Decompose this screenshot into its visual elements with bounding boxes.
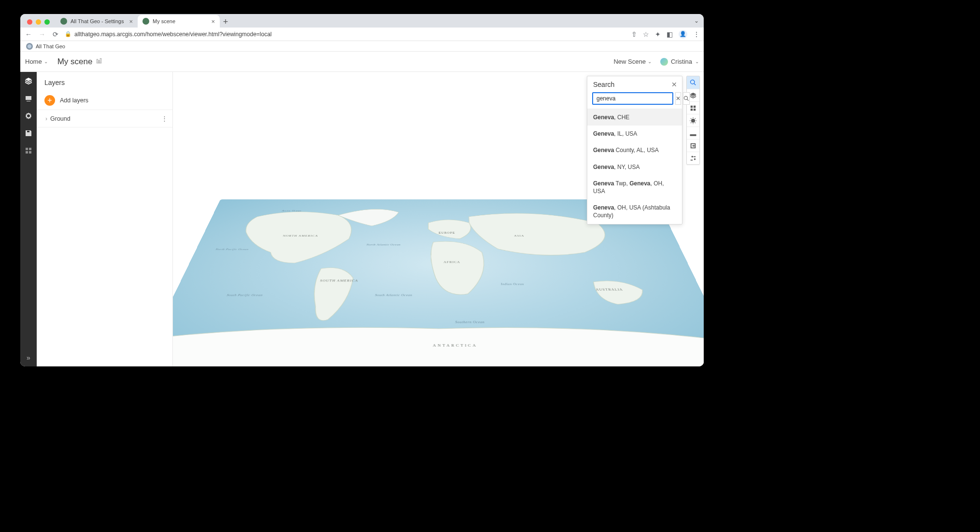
map-ocean-label: South Atlantic Ocean [375,294,412,297]
search-result[interactable]: Geneva, IL, USA [587,126,682,142]
app-header: Home ⌄ My scene New Scene ⌄ Cristina ⌄ [20,52,704,72]
clear-search-icon[interactable]: ✕ [675,92,681,105]
browser-tab-settings[interactable]: All That Geo - Settings × [56,15,138,28]
chevron-down-icon: ⌄ [695,59,699,64]
measure-icon[interactable] [687,126,699,139]
window-close-icon[interactable] [27,19,32,25]
add-layers-label: Add layers [60,97,88,104]
new-tab-button[interactable]: + [220,16,231,28]
search-panel: Search ✕ ✕ Geneva, CHE Geneva, IL, USA G… [587,76,682,224]
tab-title: All That Geo - Settings [71,18,124,24]
map-label: AFRICA [443,261,460,264]
share-icon[interactable] [687,139,699,152]
map-label: ANTARCTICA [432,344,477,348]
browser-toolbar: ← → ⟳ 🔒 allthatgeo.maps.arcgis.com/home/… [20,28,704,41]
tab-title: My scene [153,18,175,24]
layers-panel-title: Layers [37,72,172,91]
close-tab-icon[interactable]: × [129,18,133,25]
daylight-icon[interactable] [687,114,699,126]
rail-save-icon[interactable] [24,129,33,138]
rail-layers-icon[interactable] [24,77,33,85]
scene-title: My scene [57,57,103,67]
left-rail: » [20,72,37,366]
close-tab-icon[interactable]: × [211,18,215,25]
search-results: Geneva, CHE Geneva, IL, USA Geneva Count… [587,109,682,224]
bookmark-star-icon[interactable]: ☆ [643,30,649,38]
rail-apps-icon[interactable] [24,146,33,155]
user-menu[interactable]: Cristina ⌄ [660,58,699,66]
workspace: » Layers + Add layers › Ground ⋮ [20,72,704,366]
map-label: AUSTRALIA [595,288,623,291]
nav-back-icon[interactable]: ← [24,30,33,38]
map-label: NORTH AMERICA [282,235,318,237]
kebab-menu-icon[interactable]: ⋮ [693,30,700,38]
search-result[interactable]: Geneva Twp, Geneva, OH, USA [587,175,682,199]
new-scene-menu[interactable]: New Scene ⌄ [613,58,651,65]
layers-panel: Layers + Add layers › Ground ⋮ [37,72,173,366]
map-svg [173,199,704,366]
favicon-icon [60,18,67,25]
bookmark-favicon-icon [26,43,33,50]
bookmarks-bar: All That Geo [20,41,704,52]
map-ocean-label: Arctic Ocean [282,210,302,212]
sidepanel-icon[interactable]: ◧ [667,30,673,38]
lock-icon: 🔒 [65,31,71,37]
close-icon[interactable]: ✕ [671,81,677,88]
chevron-down-icon: ⌄ [648,59,652,64]
search-result[interactable]: Geneva, NY, USA [587,159,682,175]
settings-gear-icon[interactable] [687,152,699,164]
chevron-right-icon: › [45,115,47,122]
home-menu[interactable]: Home ⌄ [25,58,54,65]
bookmark-item[interactable]: All That Geo [36,43,65,49]
layer-item-ground[interactable]: › Ground ⋮ [37,110,172,127]
more-options-icon[interactable]: ⋮ [161,115,168,122]
scene-canvas[interactable]: NORTH AMERICA SOUTH AMERICA EUROPE AFRIC… [173,72,704,366]
layer-label: Ground [50,115,71,122]
search-result[interactable]: Geneva, CHE [587,109,682,126]
map-ocean-label: Indian Ocean [500,282,524,285]
plus-icon: + [44,95,55,106]
user-avatar-icon [660,58,668,66]
search-result[interactable]: Geneva County, AL, USA [587,142,682,158]
scene-title-text: My scene [57,57,93,67]
rail-settings-icon[interactable] [24,112,33,120]
home-label: Home [25,58,42,65]
scene-tools [686,76,700,165]
user-name: Cristina [671,58,692,65]
submit-search-icon[interactable] [683,92,690,105]
rail-collapse-icon[interactable]: » [27,354,30,362]
browser-tab-myscene[interactable]: My scene × [138,15,220,28]
search-title: Search [593,81,614,88]
nav-reload-icon[interactable]: ⟳ [51,30,60,38]
map-ocean-label: North Atlantic Ocean [366,243,400,246]
browser-window: All That Geo - Settings × My scene × + ⌄… [20,14,704,366]
extensions-icon[interactable]: ✦ [655,30,661,38]
new-scene-label: New Scene [613,58,645,65]
browser-tabstrip: All That Geo - Settings × My scene × + ⌄ [20,14,704,28]
url-text: allthatgeo.maps.arcgis.com/home/webscene… [74,31,272,38]
share-page-icon[interactable]: ⇧ [631,30,637,38]
window-controls[interactable] [24,19,53,28]
map-label: EUROPE [439,232,455,234]
window-minimize-icon[interactable] [36,19,41,25]
add-layers-button[interactable]: + Add layers [37,91,172,110]
world-map: NORTH AMERICA SOUTH AMERICA EUROPE AFRIC… [173,199,704,366]
chevron-down-icon: ⌄ [44,59,48,64]
favicon-icon [142,18,149,25]
search-result[interactable]: Geneva, OH, USA (Ashtabula County) [587,199,682,224]
map-label: SOUTH AMERICA [319,279,358,282]
search-icon[interactable] [687,76,699,89]
nav-forward-icon: → [38,30,46,38]
map-ocean-label: Southern Ocean [455,321,484,324]
map-label: ASIA [513,235,524,237]
tab-overflow-icon[interactable]: ⌄ [694,17,699,24]
window-zoom-icon[interactable] [44,19,50,25]
map-ocean-label: North Pacific Ocean [214,248,249,251]
address-bar[interactable]: 🔒 allthatgeo.maps.arcgis.com/home/websce… [65,31,626,38]
rail-slides-icon[interactable] [24,94,33,103]
buildings-icon[interactable] [96,57,102,66]
profile-avatar-icon[interactable]: 👤 [679,30,687,39]
map-ocean-label: South Pacific Ocean [226,294,263,297]
search-input[interactable] [592,92,673,105]
